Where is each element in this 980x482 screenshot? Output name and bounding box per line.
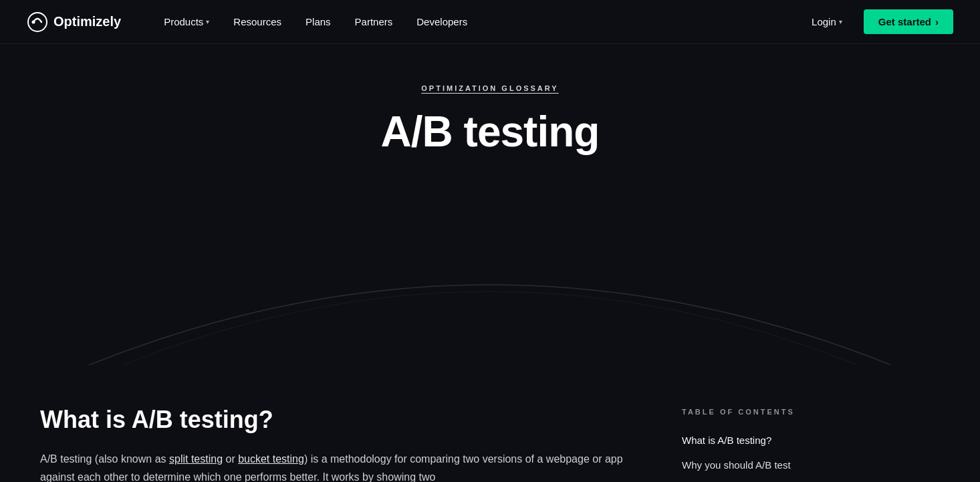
list-item: How to do A/B testing: [682, 479, 869, 482]
nav-developers[interactable]: Developers: [406, 11, 478, 33]
toc-item-how[interactable]: How to do A/B testing: [682, 479, 869, 482]
bucket-testing-link[interactable]: bucket testing: [238, 453, 304, 465]
logo-link[interactable]: Optimizely: [27, 11, 121, 33]
section-body: A/B testing (also known as split testing…: [40, 450, 642, 482]
hero-section: OPTIMIZATION GLOSSARY A/B testing: [0, 44, 980, 365]
split-testing-link[interactable]: split testing: [169, 453, 223, 465]
svg-point-1: [32, 20, 35, 23]
nav-links: Products ▾ Resources Plans Partners Deve…: [153, 11, 801, 33]
logo-text: Optimizely: [53, 14, 121, 29]
list-item: Why you should A/B test: [682, 454, 869, 476]
optimizely-logo-icon: [27, 11, 48, 33]
list-item: What is A/B testing?: [682, 429, 869, 451]
hero-title: A/B testing: [27, 108, 953, 155]
nav-plans[interactable]: Plans: [295, 11, 342, 33]
toc-sidebar: TABLE OF CONTENTS What is A/B testing? W…: [682, 405, 869, 482]
content-section: What is A/B testing? A/B testing (also k…: [0, 365, 980, 482]
section-heading: What is A/B testing?: [40, 405, 642, 434]
arc-svg: [89, 231, 891, 365]
arc-decoration: [89, 231, 891, 365]
navbar: Optimizely Products ▾ Resources Plans Pa…: [0, 0, 980, 44]
svg-point-0: [28, 13, 47, 31]
navbar-right: Login ▾ Get started ›: [801, 9, 953, 34]
toc-list: What is A/B testing? Why you should A/B …: [682, 429, 869, 482]
get-started-button[interactable]: Get started ›: [864, 9, 953, 34]
get-started-arrow-icon: ›: [935, 16, 939, 27]
login-button[interactable]: Login ▾: [801, 11, 853, 33]
login-chevron-icon: ▾: [839, 18, 842, 25]
nav-resources[interactable]: Resources: [223, 11, 292, 33]
nav-partners[interactable]: Partners: [344, 11, 404, 33]
toc-title: TABLE OF CONTENTS: [682, 408, 869, 416]
nav-products[interactable]: Products ▾: [153, 11, 220, 33]
products-chevron-icon: ▾: [206, 18, 209, 25]
toc-item-why[interactable]: Why you should A/B test: [682, 454, 869, 476]
hero-eyebrow: OPTIMIZATION GLOSSARY: [27, 84, 953, 92]
main-content-area: What is A/B testing? A/B testing (also k…: [40, 405, 642, 482]
toc-item-what-is[interactable]: What is A/B testing?: [682, 429, 869, 451]
